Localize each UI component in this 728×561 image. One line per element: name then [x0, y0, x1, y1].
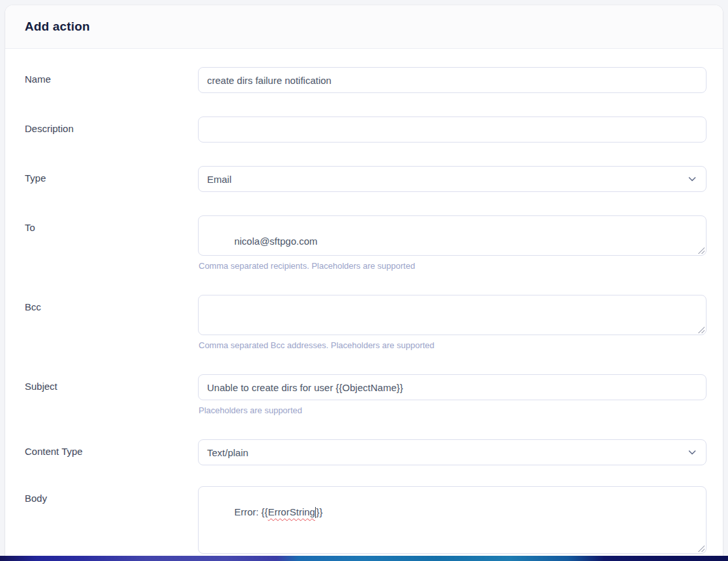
resize-handle-icon[interactable] — [697, 545, 705, 552]
name-label: Name — [25, 67, 198, 85]
form-row-content-type: Content Type Text/plain — [25, 439, 707, 465]
content-type-control: Text/plain — [198, 439, 707, 465]
body-control: Error: {{ErrorString}} — [198, 486, 707, 554]
form-row-bcc: Bcc Comma separated Bcc addresses. Place… — [25, 295, 707, 351]
bcc-helper-text: Comma separated Bcc addresses. Placehold… — [199, 340, 707, 351]
form-row-description: Description — [25, 116, 707, 143]
type-select[interactable]: Email — [198, 166, 707, 192]
bcc-textarea[interactable] — [198, 295, 707, 335]
body-textarea[interactable]: Error: {{ErrorString}} — [198, 486, 707, 554]
chevron-down-icon — [687, 447, 697, 458]
add-action-form: Name Description Type Email — [5, 49, 723, 554]
content-type-select[interactable]: Text/plain — [198, 439, 707, 465]
footer-gradient-bar — [0, 556, 728, 561]
chevron-down-icon — [687, 174, 697, 184]
description-control — [198, 116, 707, 143]
form-row-type: Type Email — [25, 166, 707, 192]
resize-handle-icon[interactable] — [697, 247, 705, 254]
content-type-select-value: Text/plain — [207, 447, 248, 458]
resize-handle-icon[interactable] — [697, 326, 705, 333]
description-label: Description — [25, 116, 198, 134]
type-control: Email — [198, 166, 707, 192]
subject-control: Placeholders are supported — [198, 374, 707, 416]
to-control: nicola@sftpgo.com Comma separated recipi… — [198, 215, 707, 271]
panel-header: Add action — [5, 5, 723, 49]
page-title: Add action — [25, 20, 90, 34]
name-control — [198, 67, 707, 93]
type-select-value: Email — [207, 174, 232, 185]
subject-label: Subject — [25, 374, 198, 392]
bcc-label: Bcc — [25, 295, 198, 312]
bcc-control: Comma separated Bcc addresses. Placehold… — [198, 295, 707, 351]
type-label: Type — [25, 166, 198, 184]
to-textarea[interactable]: nicola@sftpgo.com — [198, 215, 707, 256]
body-text-misspelled: ErrorString — [268, 506, 315, 517]
subject-helper-text: Placeholders are supported — [199, 405, 707, 416]
to-helper-text: Comma separated recipients. Placeholders… — [199, 261, 707, 271]
to-textarea-value: nicola@sftpgo.com — [234, 236, 318, 247]
body-text-suffix: }} — [316, 506, 322, 517]
form-row-body: Body Error: {{ErrorString}} — [25, 486, 707, 554]
body-label: Body — [25, 486, 198, 504]
form-row-name: Name — [25, 67, 707, 93]
form-row-to: To nicola@sftpgo.com Comma separated rec… — [25, 215, 707, 271]
to-label: To — [25, 215, 198, 233]
name-input[interactable] — [198, 67, 707, 93]
content-type-label: Content Type — [25, 439, 198, 457]
body-text-prefix: Error: {{ — [234, 506, 268, 517]
add-action-panel: Add action Name Description Type Email — [5, 5, 723, 561]
subject-input[interactable] — [198, 374, 707, 400]
form-row-subject: Subject Placeholders are supported — [25, 374, 707, 416]
description-input[interactable] — [198, 116, 707, 143]
